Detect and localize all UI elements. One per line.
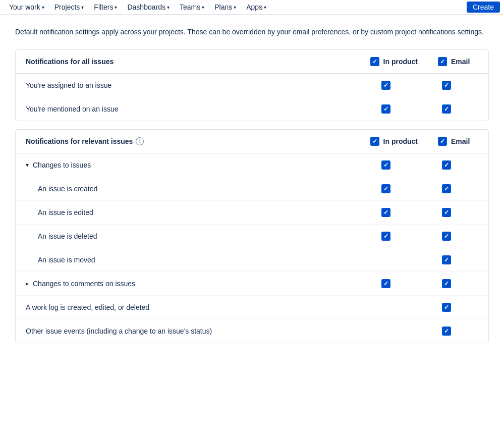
row-assigned: You're assigned to an issue ✓ ✓ (16, 74, 488, 97)
nav-projects-label: Projects (54, 3, 80, 11)
row-issue-moved: An issue is moved ✓ (16, 248, 488, 272)
row-issue-edited-label: An issue is edited (26, 208, 377, 216)
row-issue-created-col1-checkbox[interactable]: ✓ (381, 184, 390, 193)
row-issue-created: An issue is created ✓ ✓ (16, 177, 488, 201)
row-mentioned-label: You're mentioned on an issue (26, 105, 377, 113)
row-mentioned-col2-checkbox[interactable]: ✓ (442, 104, 451, 114)
group-changes-col1-checkbox[interactable]: ✓ (381, 160, 390, 170)
row-issue-created-col2-checkbox[interactable]: ✓ (442, 184, 451, 193)
nav-teams-label: Teams (180, 3, 200, 11)
section-relevant-issues: Notifications for relevant issues i ✓ In… (15, 129, 489, 343)
group-comments-label: ▸ Changes to comments on issues (26, 280, 377, 288)
row-assigned-col2-cell: ✓ (438, 81, 478, 90)
nav-filters[interactable]: Filters ▾ (89, 0, 122, 14)
row-other-events-label: Other issue events (including a change t… (26, 327, 377, 335)
group-comments-col2-cell: ✓ (438, 279, 478, 288)
nav-projects-chevron: ▾ (81, 5, 84, 10)
group-comments-col1-checkbox[interactable]: ✓ (381, 279, 390, 288)
row-issue-deleted-label: An issue is deleted (26, 232, 377, 240)
section1-header: Notifications for all issues ✓ In produc… (16, 50, 488, 74)
row-work-log-label: A work log is created, edited, or delete… (26, 303, 377, 311)
row-issue-deleted: An issue is deleted ✓ ✓ (16, 225, 488, 248)
main-content: Default notification settings apply acro… (0, 15, 504, 363)
nav-plans-chevron: ▾ (234, 5, 236, 10)
nav-filters-chevron: ▾ (115, 5, 117, 10)
row-issue-deleted-col1-checkbox[interactable]: ✓ (381, 232, 390, 241)
row-assigned-label: You're assigned to an issue (26, 81, 377, 89)
row-issue-edited-col2-checkbox[interactable]: ✓ (442, 208, 451, 217)
row-other-events-col2-checkbox[interactable]: ✓ (442, 327, 451, 336)
row-issue-moved-checkboxes: ✓ (377, 255, 478, 264)
section2-col2-header: ✓ Email (438, 137, 478, 146)
row-mentioned-checkboxes: ✓ ✓ (377, 104, 478, 114)
navbar: Your work ▾ Projects ▾ Filters ▾ Dashboa… (0, 0, 504, 15)
row-work-log-col2-cell: ✓ (438, 303, 478, 312)
row-issue-deleted-col2-checkbox[interactable]: ✓ (442, 232, 451, 241)
row-work-log-checkboxes: ✓ (377, 303, 478, 312)
row-issue-moved-label: An issue is moved (26, 256, 377, 264)
row-assigned-checkboxes: ✓ ✓ (377, 81, 478, 90)
expand-comments-icon[interactable]: ▸ (26, 280, 29, 287)
nav-dashboards-label: Dashboards (127, 3, 165, 11)
expand-changes-icon[interactable]: ▾ (26, 161, 29, 169)
nav-teams[interactable]: Teams ▾ (175, 0, 209, 14)
row-issue-deleted-col2-cell: ✓ (438, 232, 478, 241)
group-comments-col2-checkbox[interactable]: ✓ (442, 279, 451, 288)
section2-col1-checkbox[interactable]: ✓ (370, 137, 379, 146)
nav-dashboards[interactable]: Dashboards ▾ (122, 0, 175, 14)
group-comments-col1-cell: ✓ (377, 279, 418, 288)
info-icon[interactable]: i (136, 137, 144, 145)
group-changes-checkboxes: ✓ ✓ (377, 160, 478, 170)
section2-col2-checkbox[interactable]: ✓ (438, 137, 447, 146)
row-assigned-col1-checkbox[interactable]: ✓ (381, 81, 390, 90)
section1-title: Notifications for all issues (26, 58, 370, 66)
nav-dashboards-chevron: ▾ (167, 5, 170, 10)
row-mentioned: You're mentioned on an issue ✓ ✓ (16, 97, 488, 121)
create-button[interactable]: Create (467, 2, 500, 13)
row-issue-edited-col1-cell: ✓ (377, 208, 418, 217)
row-issue-moved-col2-checkbox[interactable]: ✓ (442, 255, 451, 264)
group-changes-col2-checkbox[interactable]: ✓ (442, 160, 451, 170)
row-issue-created-col2-cell: ✓ (438, 184, 478, 193)
row-mentioned-col1-checkbox[interactable]: ✓ (381, 104, 390, 114)
row-mentioned-col2-cell: ✓ (438, 104, 478, 114)
row-assigned-col1-checkbox-wrapper: ✓ (381, 81, 390, 90)
row-issue-deleted-checkboxes: ✓ ✓ (377, 232, 478, 241)
section2-header: Notifications for relevant issues i ✓ In… (16, 130, 488, 153)
section2-title: Notifications for relevant issues i (26, 137, 370, 145)
row-mentioned-col1-cell: ✓ (377, 104, 418, 114)
nav-your-work[interactable]: Your work ▾ (4, 0, 49, 14)
group-changes-to-issues: ▾ Changes to issues ✓ ✓ (16, 153, 488, 177)
section1-col-headers: ✓ In product ✓ Email (370, 57, 478, 66)
row-assigned-col1-cell: ✓ (377, 81, 418, 90)
row-work-log: A work log is created, edited, or delete… (16, 296, 488, 319)
row-other-events: Other issue events (including a change t… (16, 319, 488, 343)
description-text: Default notification settings apply acro… (15, 27, 489, 37)
row-issue-created-checkboxes: ✓ ✓ (377, 184, 478, 193)
row-issue-created-label: An issue is created (26, 185, 377, 193)
nav-projects[interactable]: Projects ▾ (49, 0, 89, 14)
row-issue-created-col1-cell: ✓ (377, 184, 418, 193)
row-assigned-col2-checkbox[interactable]: ✓ (442, 81, 451, 90)
nav-apps-label: Apps (246, 3, 262, 11)
section1-col2-header: ✓ Email (438, 57, 478, 66)
section1-col1-checkbox[interactable]: ✓ (370, 57, 379, 66)
row-issue-edited-checkboxes: ✓ ✓ (377, 208, 478, 217)
group-changes-label: ▾ Changes to issues (26, 161, 377, 169)
row-other-events-col2-cell: ✓ (438, 327, 478, 336)
group-comments-checkboxes: ✓ ✓ (377, 279, 478, 288)
row-issue-deleted-col1-cell: ✓ (377, 232, 418, 241)
row-work-log-col2-checkbox[interactable]: ✓ (442, 303, 451, 312)
nav-plans[interactable]: Plans ▾ (209, 0, 241, 14)
nav-apps-chevron: ▾ (264, 5, 266, 10)
nav-apps[interactable]: Apps ▾ (241, 0, 271, 14)
row-issue-edited: An issue is edited ✓ ✓ (16, 201, 488, 225)
section1-col2-checkbox[interactable]: ✓ (438, 57, 447, 66)
row-issue-edited-col2-cell: ✓ (438, 208, 478, 217)
row-issue-edited-col1-checkbox[interactable]: ✓ (381, 208, 390, 217)
row-assigned-col2-checkbox-wrapper: ✓ (442, 81, 451, 90)
group-changes-col1-cell: ✓ (377, 160, 418, 170)
row-other-events-checkboxes: ✓ (377, 327, 478, 336)
group-changes-col2-cell: ✓ (438, 160, 478, 170)
nav-teams-chevron: ▾ (202, 5, 204, 10)
